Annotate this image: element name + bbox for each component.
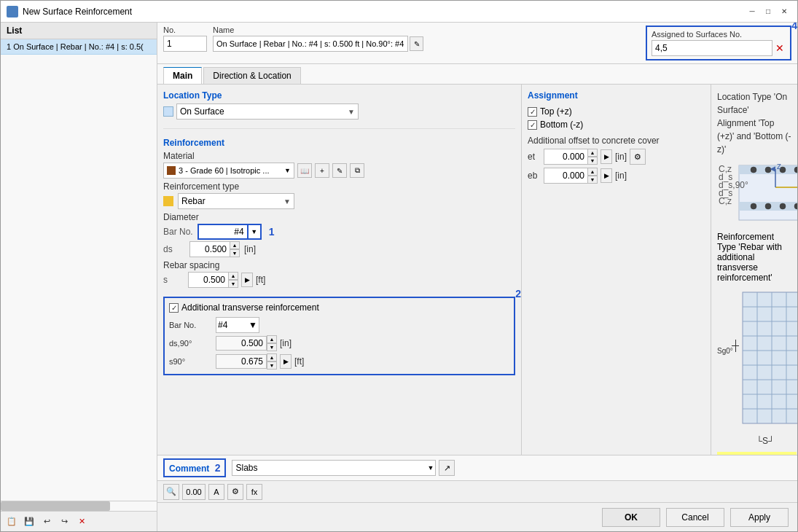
top-checkbox[interactable] (528, 107, 537, 117)
bar-no-dropdown[interactable]: ▼ (249, 224, 262, 240)
location-type-title: Location Type (163, 90, 515, 101)
transverse-box: Additional transverse reinforcement Bar … (163, 297, 515, 375)
cancel-button[interactable]: Cancel (666, 508, 724, 527)
bottom-label: Bottom (-z) (540, 120, 583, 130)
undo-button[interactable]: ↩ (39, 514, 55, 530)
svg-point-4 (751, 167, 756, 173)
rebar-type-dropdown[interactable]: Rebar ▼ (178, 193, 294, 209)
list-item[interactable]: 1 On Surface | Rebar | No.: #4 | s: 0.5( (1, 39, 157, 55)
assigned-input-row: ✕ (652, 40, 786, 56)
transverse-bar-label: Bar No. (169, 321, 213, 329)
material-info-button[interactable]: 📖 (297, 163, 312, 178)
comment-arrow-icon: ▼ (428, 464, 434, 472)
tab-direction-location[interactable]: Direction & Location (203, 67, 300, 84)
text-button[interactable]: A (208, 484, 224, 500)
transverse-s-unit: [ft] (294, 356, 304, 367)
top-label: Top (+z) (540, 106, 572, 117)
transverse-checkbox-label[interactable]: Additional transverse reinforcement (169, 302, 319, 313)
transverse-bar-select[interactable]: #4 ▼ (216, 317, 259, 333)
material-add-button[interactable]: + (315, 163, 329, 178)
minimize-button[interactable]: ─ (745, 4, 759, 19)
spacing-spin-up[interactable]: ▲ (228, 272, 238, 280)
comment-dropdown[interactable]: Slabs ▼ (232, 460, 436, 476)
transverse-wrapper: 2 Additional transverse reinforcement (163, 294, 515, 375)
comment-action-button[interactable]: ↗ (439, 460, 455, 476)
spacing-spin-controls: ▲ ▼ (228, 272, 238, 288)
transverse-d-down[interactable]: ▼ (267, 343, 277, 351)
apply-button[interactable]: Apply (730, 508, 789, 527)
no-input[interactable] (163, 36, 207, 52)
eb-arrow-button[interactable]: ▶ (601, 168, 612, 183)
material-edit-button[interactable]: ✎ (332, 163, 347, 178)
save-button[interactable]: 💾 (21, 514, 37, 530)
window-title: New Surface Reinforcement (23, 7, 740, 17)
assigned-clear-button[interactable]: ✕ (774, 42, 786, 54)
et-spin-up[interactable]: ▲ (587, 149, 598, 157)
svg-text:z: z (777, 162, 781, 171)
s90-bracket (732, 340, 739, 352)
bottom-checkbox[interactable] (528, 120, 537, 130)
bottom-checkbox-label[interactable]: Bottom (-z) (528, 120, 583, 130)
svg-text:C,z: C,z (719, 196, 732, 206)
formula-button[interactable]: fx (246, 484, 262, 500)
svg-rect-31 (743, 292, 797, 423)
transverse-s-down[interactable]: ▼ (267, 361, 277, 369)
et-calc-button[interactable]: ⚙ (630, 149, 646, 165)
eb-spin-down[interactable]: ▼ (587, 176, 598, 184)
ds-label: ds (163, 244, 185, 254)
spacing-unit: [ft] (256, 275, 265, 285)
left-panel: List 1 On Surface | Rebar | No.: #4 | s:… (1, 23, 157, 531)
list-scrollbar[interactable] (1, 501, 157, 511)
s-label: s (163, 275, 185, 285)
transverse-d-up[interactable]: ▲ (267, 335, 277, 343)
bottom-toolbar: 🔍 0.00 A ⚙ fx (157, 480, 797, 502)
svg-point-11 (765, 203, 771, 209)
settings-button[interactable]: ⚙ (227, 484, 243, 500)
ok-button[interactable]: OK (602, 508, 660, 527)
s-label: └S┘ (756, 436, 774, 446)
value-button[interactable]: 0.00 (182, 484, 206, 500)
transverse-s-arrow[interactable]: ▶ (280, 354, 292, 369)
name-edit-button[interactable]: ✎ (410, 36, 423, 51)
svg-point-5 (765, 167, 771, 173)
copy-button[interactable]: 📋 (4, 514, 20, 530)
location-type-row: On Surface ▼ (163, 103, 515, 120)
transverse-s-input-group: 0.675 ▲ ▼ (216, 353, 277, 369)
transverse-checkbox[interactable] (169, 303, 179, 313)
tab-main[interactable]: Main (163, 67, 202, 84)
ds-spin-down[interactable]: ▼ (230, 249, 240, 257)
redo-button[interactable]: ↪ (56, 514, 72, 530)
grid-diagram-svg (739, 289, 797, 434)
et-input-group: 0.000 ▲ ▼ (544, 149, 598, 165)
dialog-buttons: OK Cancel Apply (157, 502, 797, 531)
material-select[interactable]: 3 - Grade 60 | Isotropic ... ▼ (163, 163, 294, 179)
window-controls: ─ □ ✕ (745, 4, 791, 19)
eb-value: 0.000 (544, 168, 587, 184)
et-spin-down[interactable]: ▼ (587, 157, 598, 165)
assigned-label: Assigned to Surfaces No. (652, 30, 786, 39)
delete-button[interactable]: ✕ (74, 514, 90, 530)
reinforcement-section: Reinforcement Material 3 - Grade 60 | Is… (163, 138, 515, 288)
location-type-text: Location Type 'On Surface' Alignment 'To… (717, 90, 791, 156)
alignment-text: Alignment 'Top (+z)' and 'Bottom (-z)' (717, 118, 791, 154)
spacing-spin-down[interactable]: ▼ (228, 280, 238, 288)
name-input[interactable] (213, 36, 408, 52)
rebar-type-diagram-text: Reinforcement Type 'Rebar with (717, 232, 782, 252)
transverse-s-up[interactable]: ▲ (267, 353, 277, 361)
ds-spin-up[interactable]: ▲ (230, 241, 240, 249)
material-copy-button[interactable]: ⧉ (350, 163, 364, 178)
spacing-arrow-button[interactable]: ▶ (241, 273, 253, 287)
assigned-section: Assigned to Surfaces No. ✕ (646, 26, 791, 60)
maximize-button[interactable]: □ (761, 4, 775, 19)
assigned-input[interactable] (652, 40, 772, 56)
title-bar: New Surface Reinforcement ─ □ ✕ (1, 1, 797, 23)
search-button[interactable]: 🔍 (163, 484, 179, 500)
top-checkbox-label[interactable]: Top (+z) (528, 106, 572, 117)
s90-label: Sg0° (717, 347, 733, 355)
close-button[interactable]: ✕ (777, 4, 791, 19)
eb-spin-up[interactable]: ▲ (587, 168, 598, 176)
spacing-input-group: 0.500 ▲ ▼ (188, 272, 238, 288)
et-arrow-button[interactable]: ▶ (601, 149, 612, 164)
bar-no-input[interactable] (197, 224, 249, 240)
location-type-dropdown[interactable]: On Surface ▼ (176, 103, 359, 120)
